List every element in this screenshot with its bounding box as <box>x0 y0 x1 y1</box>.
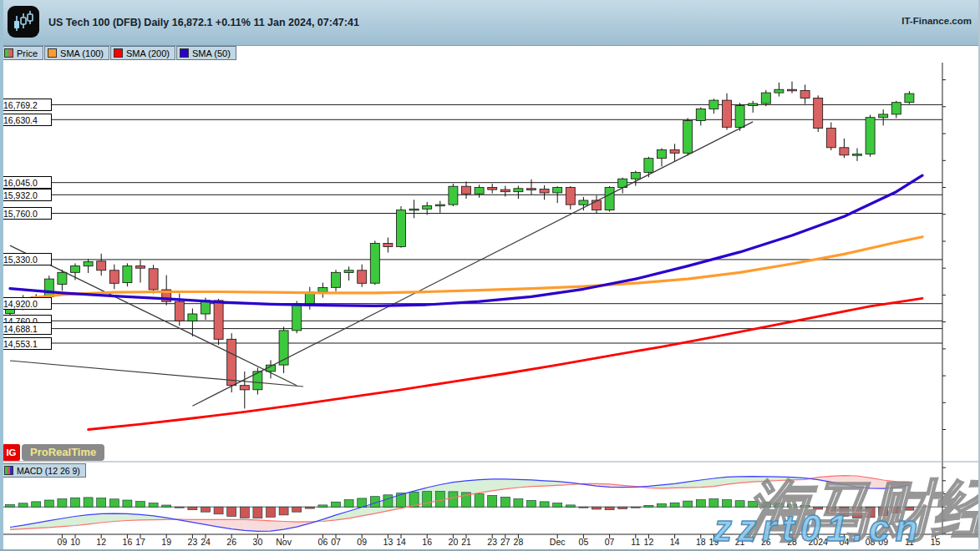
price-level-label: 14,920.0 <box>0 297 52 310</box>
time-axis-label: 28 <box>787 537 797 547</box>
time-axis-label: 27 <box>500 537 510 547</box>
time-axis-label: 18 <box>696 537 706 547</box>
legend-chip-sma50[interactable]: SMA (50) <box>176 46 236 60</box>
legend-chip-label: SMA (100) <box>60 48 104 58</box>
price-level-label: 15,932.0 <box>0 189 52 201</box>
time-axis-label: 17 <box>135 537 145 547</box>
time-axis-label: 12 <box>644 537 654 547</box>
time-axis-label: 28 <box>514 537 524 547</box>
time-axis-label: 12 <box>96 537 106 547</box>
time-axis-label: Dec <box>550 537 566 547</box>
sma200-swatch-icon <box>114 48 123 58</box>
candlestick-logo-glyph <box>8 6 39 38</box>
macd-plot[interactable] <box>0 465 942 541</box>
time-axis-label: 15 <box>931 537 941 547</box>
price-level-label: 14,553.1 <box>0 337 52 350</box>
price-level-label: 16,769.2 <box>0 99 52 111</box>
ig-logo[interactable]: IG <box>3 444 20 461</box>
time-axis-label: 21 <box>735 537 745 547</box>
macd-legend-chip[interactable]: MACD (12 26 9) <box>1 463 86 478</box>
time-axis-label: 06 <box>318 537 328 547</box>
time-axis-label: 19 <box>161 537 171 547</box>
time-axis-label: 30 <box>253 537 263 547</box>
time-axis-label: 09 <box>878 537 888 547</box>
macd-swatch-icon <box>4 466 13 475</box>
legend-chip-sma100[interactable]: SMA (100) <box>44 46 109 60</box>
time-axis-label: 05 <box>579 537 589 547</box>
time-axis-label: 08 <box>866 537 876 547</box>
it-finance-link[interactable]: IT-Finance.com <box>901 0 972 42</box>
candlestick-logo-icon[interactable] <box>8 6 39 38</box>
legend-chip-label: Price <box>17 48 38 58</box>
time-axis-label: Nov <box>276 537 292 547</box>
title-bar: US Tech 100 (DFB) Daily 16,872.1 +0.11% … <box>0 0 980 46</box>
time-axis-label: 2024 <box>809 537 828 547</box>
time-axis-label: 23 <box>487 537 497 547</box>
time-axis-label: 07 <box>331 537 341 547</box>
price-level-label: 14,688.1 <box>0 322 52 335</box>
time-axis-label: 16 <box>422 537 432 547</box>
time-axis-label: 16 <box>123 537 133 547</box>
chart-window: US Tech 100 (DFB) Daily 16,872.1 +0.11% … <box>0 0 980 551</box>
time-axis-label: 24 <box>201 537 211 547</box>
time-axis-label: 09 <box>357 537 367 547</box>
time-axis-label: 10 <box>70 537 80 547</box>
prorealtime-logo[interactable]: ProRealTime <box>22 444 104 461</box>
time-axis-label: 20 <box>449 537 459 547</box>
time-axis-label: 04 <box>840 537 850 547</box>
time-axis-label: 07 <box>605 537 615 547</box>
branding: IG ProRealTime <box>3 443 104 461</box>
time-axis-label: 19 <box>709 537 719 547</box>
time-axis-label: 09 <box>58 537 68 547</box>
time-axis-label: 26 <box>226 537 236 547</box>
time-axis-label: 26 <box>761 537 771 547</box>
time-axis-label: 11 <box>905 537 914 547</box>
macd-legend-label: MACD (12 26 9) <box>17 466 80 476</box>
time-axis[interactable]: 09101216171923242630Nov06070913141620212… <box>0 534 980 550</box>
time-axis-label: 11 <box>631 537 640 547</box>
instrument-title: US Tech 100 (DFB) Daily 16,872.1 +0.11% … <box>48 0 359 45</box>
sma100-swatch-icon <box>48 48 57 58</box>
indicator-legend: Price SMA (100) SMA (200) SMA (50) <box>1 46 237 60</box>
time-axis-label: 23 <box>188 537 198 547</box>
time-axis-label: 13 <box>383 537 394 547</box>
price-axis[interactable]: 17,00016,50016,00015,50015,00014,50014,0… <box>942 63 980 534</box>
legend-chip-sma200[interactable]: SMA (200) <box>110 46 175 60</box>
price-swatch-icon <box>4 48 13 58</box>
price-level-label: 15,760.0 <box>0 207 52 220</box>
legend-chip-price[interactable]: Price <box>1 46 43 60</box>
price-chart-plot[interactable] <box>0 63 942 442</box>
price-level-label: 16,045.0 <box>0 176 52 189</box>
legend-chip-label: SMA (50) <box>192 48 231 58</box>
price-level-label: 16,630.4 <box>0 114 52 126</box>
window-border-left <box>0 0 3 551</box>
time-axis-label: 21 <box>461 537 471 547</box>
time-axis-label: 14 <box>396 537 406 547</box>
price-level-label: 15,330.0 <box>0 253 52 265</box>
sma50-swatch-icon <box>180 48 189 58</box>
time-axis-label: 14 <box>670 537 680 547</box>
legend-chip-label: SMA (200) <box>126 48 170 58</box>
